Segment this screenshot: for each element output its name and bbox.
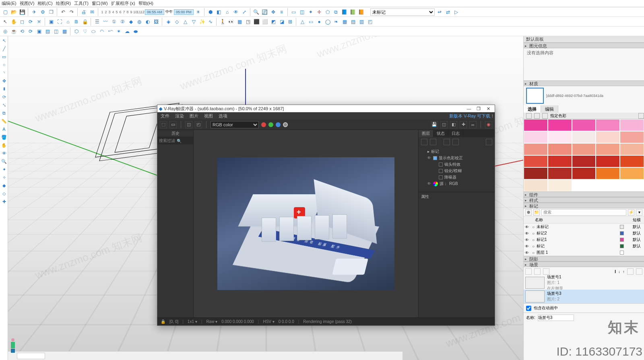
section-entityinfo[interactable]: 图元信息 <box>524 43 644 48</box>
lt-select-icon[interactable]: ↖ <box>0 37 8 44</box>
lt-rect-icon[interactable]: ▭ <box>0 53 8 60</box>
color-swatch[interactable] <box>620 179 644 191</box>
lt-push-icon[interactable]: ⬍ <box>0 85 8 93</box>
table-icon[interactable]: ▦ <box>341 18 348 25</box>
color-swatch[interactable] <box>620 167 644 179</box>
section-components[interactable]: 组件 <box>524 191 644 197</box>
expand-icon[interactable]: ⤢ <box>241 8 248 16</box>
lt-pan-icon[interactable]: ✋ <box>0 142 8 149</box>
walk-icon[interactable]: 🚶 <box>219 18 226 25</box>
minimize-button[interactable]: — <box>464 106 474 111</box>
vfb-tab-status[interactable]: 状态 <box>433 130 448 137</box>
material-thumbnail[interactable]: [dddf-d892-4692-07bd-7aa80341da <box>524 86 644 105</box>
eye-icon[interactable]: 👁 <box>524 225 530 229</box>
maximize-button[interactable]: ❐ <box>474 106 483 111</box>
radio-icon[interactable]: ○ <box>530 225 537 229</box>
color-swatch[interactable] <box>524 119 548 131</box>
status-hsv[interactable]: HSV ▾ <box>263 319 274 324</box>
tag-row[interactable]: 👁○标记1默认 <box>524 237 644 243</box>
undo-icon[interactable]: ↶ <box>60 8 67 16</box>
tag-menu-icon[interactable]: ▾ <box>636 209 642 216</box>
scene-icon[interactable]: 🖼 <box>153 18 160 25</box>
save-icon[interactable]: 💾 <box>19 8 26 16</box>
section-styles[interactable]: 样式 <box>524 197 644 203</box>
layer-del-icon[interactable] <box>430 139 436 145</box>
layer-add-icon[interactable] <box>421 139 427 145</box>
layer-save-icon[interactable] <box>444 139 450 145</box>
lt-circ-icon[interactable]: ○ <box>0 61 8 68</box>
plane-icon[interactable]: ✈ <box>31 8 38 16</box>
color-swatch[interactable] <box>548 167 572 179</box>
scene-name-input[interactable] <box>538 315 574 321</box>
grid2-icon[interactable]: ▤ <box>349 18 357 25</box>
ex7-icon[interactable]: ☁ <box>124 28 131 35</box>
vfb-tab-layers[interactable]: 图层 <box>419 130 433 137</box>
look-icon[interactable]: 👀 <box>227 18 235 25</box>
poly-icon[interactable]: ⬠ <box>324 8 331 16</box>
ex2-icon[interactable]: ♡ <box>81 28 89 35</box>
torus-icon[interactable]: ◯ <box>324 18 331 25</box>
color-swatch[interactable] <box>572 131 596 143</box>
time-left[interactable]: 06:55 AM <box>145 9 164 15</box>
shadow-icon[interactable]: ◐ <box>144 18 151 25</box>
vray-frame-buffer[interactable]: ◆ V-Ray帧缓冲器 - (su66.taobao.com) - [50.0%… <box>157 105 495 326</box>
open-icon[interactable]: 📂 <box>10 8 17 16</box>
new-icon[interactable]: ▢ <box>2 8 9 16</box>
curve-icon[interactable]: ∿ <box>207 18 214 25</box>
lt-arc-icon[interactable]: ◝ <box>0 69 8 76</box>
color-swatch[interactable] <box>572 143 596 155</box>
lt-orbit2-icon[interactable]: 👁 <box>0 150 8 157</box>
menu-item[interactable]: 工具(T) <box>74 0 89 6</box>
color-swatch[interactable] <box>524 155 548 167</box>
lt-etc1-icon[interactable]: ✦ <box>0 166 8 173</box>
leaf-icon[interactable]: ❧ <box>332 18 340 25</box>
lt-rot-icon[interactable]: ⟳ <box>0 93 8 101</box>
lt-move-icon[interactable]: ✥ <box>0 77 8 84</box>
status-zoom[interactable]: 1x1 ▾ <box>188 319 197 324</box>
arrows-icon[interactable]: ✥ <box>270 8 277 16</box>
color-swatch[interactable] <box>596 179 620 191</box>
win-icon[interactable]: ◰ <box>366 18 374 25</box>
scene-refresh-icon[interactable] <box>525 268 532 275</box>
section-materials[interactable]: 材质 <box>524 80 644 86</box>
layer-list-icon[interactable] <box>486 139 492 145</box>
tool1-icon[interactable]: ✦ <box>307 8 314 16</box>
scene-item[interactable]: 场景号1 图片: 1 在左侧显 <box>524 276 644 290</box>
lt-zoom-icon[interactable]: 🔍 <box>0 158 8 165</box>
color-swatch[interactable] <box>548 119 572 131</box>
lt-etc4-icon[interactable]: ◇ <box>0 190 8 197</box>
hand-icon[interactable]: ✋ <box>10 18 17 25</box>
color-swatch[interactable] <box>548 131 572 143</box>
face-icon[interactable]: ◆ <box>127 18 134 25</box>
color-swatch[interactable] <box>620 131 644 143</box>
section-shadows[interactable]: 阴影 <box>524 256 644 261</box>
vfb-canvas[interactable]: 维修 回收 贴膜 配件 <box>194 130 418 317</box>
lt-etc3-icon[interactable]: ◆ <box>0 182 8 189</box>
ex6-icon[interactable]: ✶ <box>115 28 122 35</box>
layer-load-icon[interactable] <box>452 139 459 145</box>
vr-render-icon[interactable]: ◎ <box>2 28 9 35</box>
color-swatch[interactable] <box>620 143 644 155</box>
cube4-icon[interactable]: ⬜ <box>261 18 268 25</box>
layer-combo[interactable]: 未标记 <box>370 8 435 16</box>
color-swatch[interactable] <box>548 179 572 191</box>
menu-item[interactable]: 相机(C) <box>37 0 52 6</box>
color-swatch[interactable] <box>596 155 620 167</box>
color-swatch[interactable] <box>572 167 596 179</box>
solid1-icon[interactable]: ◈ <box>165 18 172 25</box>
scene-item[interactable]: 场景号3 图片: 2 <box>524 290 644 303</box>
sphere-icon[interactable]: ● <box>316 18 323 25</box>
vfb-region-icon[interactable]: ◫ <box>440 121 448 128</box>
viewport[interactable]: www.znzmo.com 知末网 www.znzmo.com 知末网 www.… <box>8 36 523 360</box>
tag-folder-icon[interactable]: 📁 <box>533 209 540 216</box>
lock-icon[interactable]: 🔒 <box>81 18 89 25</box>
vfb-menu-item[interactable]: 渲染 <box>175 113 184 119</box>
mat-icon[interactable]: ◍ <box>136 18 143 25</box>
doc-icon[interactable]: 🗎 <box>73 18 80 25</box>
include-anim-checkbox[interactable] <box>526 306 531 311</box>
swap-icon[interactable]: ⇄ <box>444 8 452 16</box>
color-swatch[interactable] <box>596 167 620 179</box>
mat-fwd-icon[interactable] <box>534 113 540 119</box>
vfb-tb2-icon[interactable]: ▭ <box>169 121 177 128</box>
lt-scale-icon[interactable]: ⤡ <box>0 101 8 109</box>
